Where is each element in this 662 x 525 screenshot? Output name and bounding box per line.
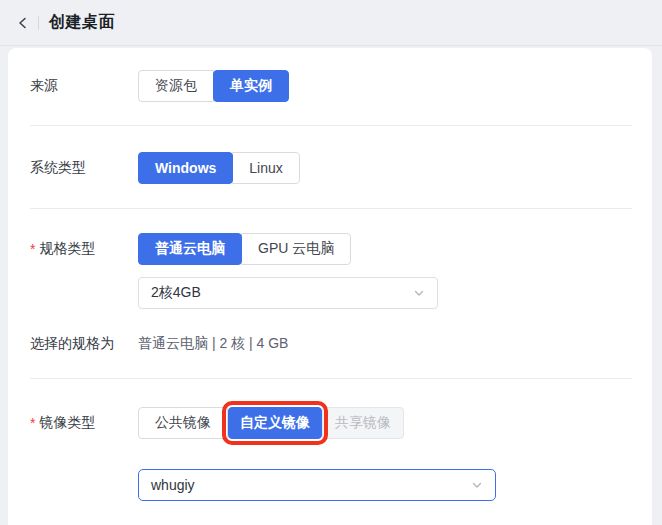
selected-spec-value: 普通云电脑 | 2 核 | 4 GB <box>138 335 288 353</box>
header-divider <box>38 16 39 30</box>
chevron-down-icon <box>413 287 425 299</box>
image-option-public[interactable]: 公共镜像 <box>138 407 228 439</box>
chevron-down-icon <box>471 479 483 491</box>
os-option-linux[interactable]: Linux <box>232 152 299 184</box>
source-option-single-instance[interactable]: 单实例 <box>213 70 289 102</box>
os-option-windows[interactable]: Windows <box>138 152 233 184</box>
section-source: 来源 资源包 单实例 <box>8 48 652 126</box>
section-image-type: * 镜像类型 公共镜像 自定义镜像 共享镜像 whugiy <box>8 379 652 523</box>
source-option-resource-pack[interactable]: 资源包 <box>138 70 214 102</box>
section-os-type: 系统类型 Windows Linux <box>8 126 652 209</box>
page-title: 创建桌面 <box>49 12 115 33</box>
section-spec-type: * 规格类型 普通云电脑 GPU 云电脑 2核4GB 选择的规格为 普通 <box>8 209 652 379</box>
required-mark: * <box>30 242 35 256</box>
image-select[interactable]: whugiy <box>138 469 496 501</box>
source-label: 来源 <box>30 77 138 95</box>
image-type-button-group: 公共镜像 自定义镜像 共享镜像 <box>138 407 404 439</box>
os-type-button-group: Windows Linux <box>138 152 300 184</box>
image-option-custom[interactable]: 自定义镜像 <box>228 407 322 439</box>
image-option-shared: 共享镜像 <box>322 407 404 439</box>
spec-option-normal-cloud-pc[interactable]: 普通云电脑 <box>138 233 242 265</box>
required-mark: * <box>30 416 35 430</box>
image-select-value: whugiy <box>151 477 195 493</box>
page-header: 创建桌面 <box>0 0 662 46</box>
spec-type-label: * 规格类型 <box>30 240 138 258</box>
spec-select-value: 2核4GB <box>151 284 201 302</box>
spec-option-gpu-cloud-pc[interactable]: GPU 云电脑 <box>241 233 351 265</box>
chevron-left-icon <box>16 16 30 30</box>
spec-type-button-group: 普通云电脑 GPU 云电脑 <box>138 233 351 265</box>
spec-select[interactable]: 2核4GB <box>138 277 438 309</box>
source-button-group: 资源包 单实例 <box>138 70 289 102</box>
create-desktop-form-panel: 来源 资源包 单实例 系统类型 Windows Linux <box>8 48 652 525</box>
os-type-label: 系统类型 <box>30 159 138 177</box>
highlighted-option-wrapper: 自定义镜像 <box>228 407 322 439</box>
image-type-label: * 镜像类型 <box>30 414 138 432</box>
selected-spec-label: 选择的规格为 <box>30 335 138 353</box>
back-button[interactable] <box>12 12 34 34</box>
